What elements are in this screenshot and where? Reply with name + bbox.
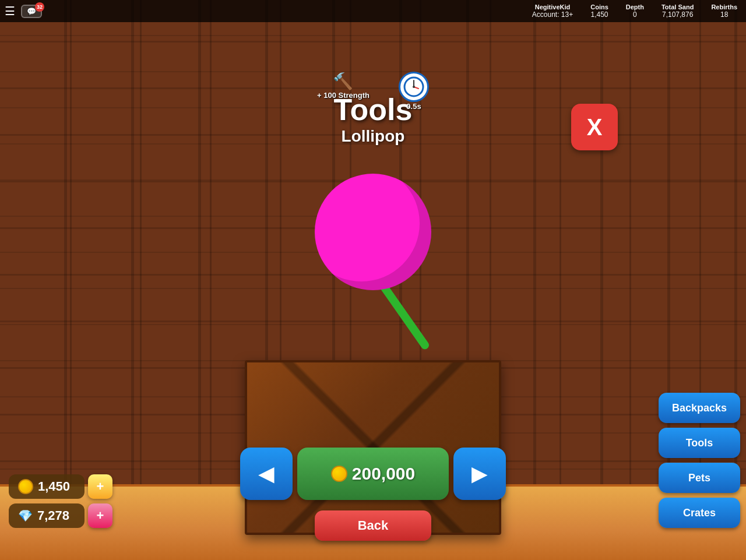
- total-sand-label: Total Sand: [661, 3, 694, 10]
- topbar-right: NegitiveKid Account: 13+ Coins 1,450 Dep…: [532, 3, 746, 19]
- tools-label: Tools: [686, 437, 713, 449]
- backpacks-label: Backpacks: [672, 402, 727, 414]
- topbar-left: ☰ 💬 32: [0, 4, 42, 18]
- coins-stat: Coins 1,450: [590, 3, 608, 19]
- timer-display: [399, 72, 429, 102]
- next-tool-button[interactable]: ▶: [453, 448, 506, 500]
- crates-button[interactable]: Crates: [659, 498, 740, 528]
- gems-stat-bar: 💎 7,278 +: [9, 503, 112, 528]
- svg-point-3: [413, 86, 415, 88]
- menu-icon[interactable]: ☰: [5, 4, 15, 18]
- tools-button[interactable]: Tools: [659, 428, 740, 458]
- navigation-area: ◀ 200,000 ▶: [240, 448, 506, 500]
- shovel-icon: 🔨: [317, 72, 370, 91]
- prev-tool-button[interactable]: ◀: [240, 448, 293, 500]
- coins-amount: 1,450: [38, 479, 70, 494]
- timer-value-text: 0.5s: [399, 102, 429, 111]
- strength-icon-group: 🔨 + 100 Strength: [317, 72, 370, 111]
- rebirths-value: 18: [711, 10, 737, 19]
- depth-value: 0: [626, 10, 644, 19]
- add-gems-button[interactable]: +: [88, 503, 112, 528]
- coins-stat-bar: 1,450 +: [9, 474, 112, 499]
- price-text: 200,000: [352, 464, 415, 484]
- rebirths-label: Rebirths: [711, 3, 737, 10]
- buy-button[interactable]: 200,000: [297, 448, 449, 500]
- close-button[interactable]: X: [571, 104, 618, 150]
- lollipop-tool-image: [286, 174, 460, 360]
- depth-label: Depth: [626, 3, 644, 10]
- player-stat: NegitiveKid Account: 13+: [532, 3, 573, 19]
- chat-button[interactable]: 💬 32: [21, 5, 42, 18]
- total-sand-value: 7,107,876: [661, 10, 694, 19]
- left-arrow-icon: ◀: [258, 462, 275, 486]
- plus-icon: +: [97, 509, 104, 522]
- lollipop-ball: [315, 174, 431, 290]
- coin-icon: [18, 479, 33, 494]
- pets-button[interactable]: Pets: [659, 463, 740, 493]
- crate-icons-area: 🔨 + 100 Strength 0.5s: [317, 72, 429, 111]
- topbar: ☰ 💬 32 NegitiveKid Account: 13+ Coins 1,…: [0, 0, 746, 22]
- coins-value: 1,450: [590, 10, 608, 19]
- close-icon: X: [587, 115, 603, 139]
- depth-stat: Depth 0: [626, 3, 644, 19]
- coins-label: Coins: [590, 3, 608, 10]
- tool-name-subtitle: Lollipop: [334, 127, 413, 146]
- back-button[interactable]: Back: [315, 510, 431, 541]
- backpacks-button[interactable]: Backpacks: [659, 393, 740, 423]
- total-sand-stat: Total Sand 7,107,876: [661, 3, 694, 19]
- pets-label: Pets: [688, 472, 710, 484]
- strength-bonus-text: + 100 Strength: [317, 91, 370, 100]
- back-label: Back: [358, 518, 389, 533]
- right-arrow-icon: ▶: [471, 462, 488, 486]
- chat-badge: 32: [35, 2, 44, 12]
- crates-label: Crates: [683, 507, 716, 519]
- gems-display: 💎 7,278: [9, 503, 85, 528]
- coin-icon: [331, 466, 347, 482]
- bottom-left-stats: 1,450 + 💎 7,278 +: [9, 474, 112, 528]
- timer-icon-group: 0.5s: [399, 72, 429, 111]
- right-navigation: Backpacks Tools Pets Crates: [659, 393, 740, 528]
- rebirths-stat: Rebirths 18: [711, 3, 737, 19]
- player-name: NegitiveKid: [532, 3, 573, 10]
- coins-display: 1,450: [9, 474, 85, 499]
- player-account: Account: 13+: [532, 10, 573, 19]
- plus-icon: +: [97, 480, 104, 493]
- gems-amount: 7,278: [37, 508, 69, 523]
- add-coins-button[interactable]: +: [88, 474, 112, 499]
- gem-icon: 💎: [18, 509, 33, 523]
